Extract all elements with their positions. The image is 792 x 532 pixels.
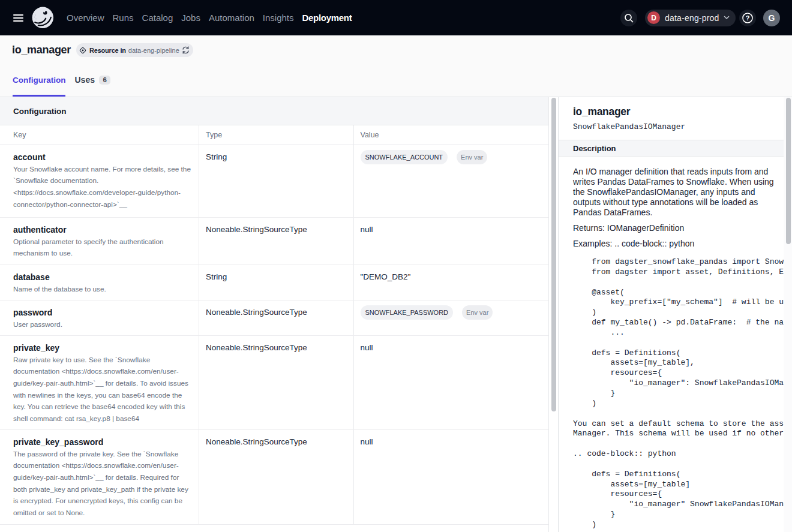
svg-text:?: ? <box>746 14 750 22</box>
